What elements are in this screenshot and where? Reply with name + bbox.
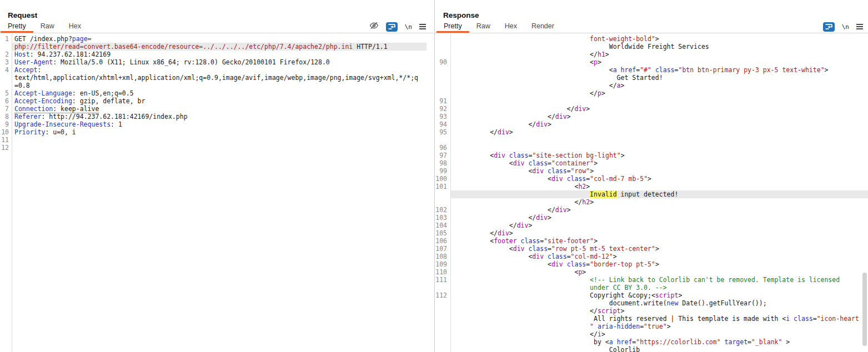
code-token: </ <box>590 307 598 315</box>
scrollbar-thumb[interactable] <box>862 273 867 346</box>
tab-pretty[interactable]: Pretty <box>436 19 469 33</box>
code-row: 90<p> <box>435 58 868 66</box>
code-token: Accept <box>14 66 38 74</box>
code-text <box>450 136 868 144</box>
line-number: 109 <box>435 260 450 268</box>
code-token: div <box>555 206 567 214</box>
code-text: Accept-Encoding: gzip, deflate, br <box>12 97 434 105</box>
line-number <box>435 89 450 97</box>
code-row: 2Host: 94.237.62.181:42169 <box>0 51 434 58</box>
code-row: Colorlib <box>435 346 868 352</box>
code-token: </ <box>528 120 536 128</box>
code-token: " <box>590 323 594 330</box>
code-token: a <box>609 338 613 346</box>
code-token: font-weight-bold" <box>590 35 655 43</box>
wrap-lines-icon[interactable] <box>823 22 835 32</box>
code-text: All rights reserved | This template is m… <box>450 315 868 323</box>
code-row: 109<div class="border-top pt-5"> <box>435 260 868 268</box>
code-row: 92</div> <box>435 105 868 113</box>
tab-render[interactable]: Render <box>524 19 561 33</box>
code-row: 6Accept-Encoding: gzip, deflate, br <box>0 97 434 105</box>
code-token: class <box>528 245 548 253</box>
code-text: </div> <box>450 128 868 136</box>
code-token: "#" <box>640 66 651 74</box>
code-token: > <box>590 167 594 175</box>
newline-icon[interactable]: \n <box>405 23 412 31</box>
code-token: > <box>782 338 790 346</box>
code-row: under CC BY 3.0. --> <box>435 284 868 291</box>
code-token: > <box>667 323 671 330</box>
code-token: href <box>617 338 633 346</box>
code-row: 110<p> <box>435 268 868 276</box>
code-token: : keep-alive <box>53 105 99 113</box>
code-token <box>594 323 598 330</box>
line-number: 98 <box>435 159 450 167</box>
wrap-lines-icon[interactable] <box>386 22 398 32</box>
code-token: "row" <box>571 167 590 175</box>
code-token: > <box>605 51 609 58</box>
code-text: =0.8 <box>12 82 434 89</box>
code-token <box>613 338 617 346</box>
code-token: <!-- Link back to Colorlib can't be remo… <box>590 276 840 284</box>
code-token: </ <box>528 214 536 222</box>
tab-hex[interactable]: Hex <box>62 19 88 33</box>
tab-hex[interactable]: Hex <box>498 19 524 33</box>
eye-slash-icon[interactable] <box>369 22 379 32</box>
line-number <box>435 323 450 330</box>
code-token: </ <box>509 222 517 229</box>
line-number: 104 <box>435 222 450 229</box>
line-number: 112 <box>435 291 450 299</box>
code-row: font-weight-bold"> <box>435 35 868 43</box>
tab-raw[interactable]: Raw <box>33 19 62 33</box>
code-token: div <box>551 260 563 268</box>
code-token: "row pt-5 mt-5 text-center" <box>551 245 655 253</box>
code-text: font-weight-bold"> <box>450 35 868 43</box>
code-text: Copyright &copy;<script> <box>450 291 868 299</box>
code-token: "site-section bg-light" <box>532 152 620 159</box>
response-editor[interactable]: font-weight-bold">Worldwide Freight Serv… <box>435 34 868 352</box>
code-token: h1 <box>598 51 605 58</box>
code-text: </i> <box>450 330 868 338</box>
request-editor[interactable]: 1GET /index.php?page=php://filter/read=c… <box>0 34 434 352</box>
code-token: > <box>567 113 571 120</box>
line-number <box>435 315 450 323</box>
code-row: 3User-Agent: Mozilla/5.0 (X11; Linux x86… <box>0 58 434 66</box>
line-number: 99 <box>435 167 450 175</box>
line-number: 105 <box>435 229 450 237</box>
line-number: 110 <box>435 268 450 276</box>
line-number <box>435 136 450 144</box>
tab-pretty[interactable]: Pretty <box>1 19 33 33</box>
code-token: Worldwide Freight Services <box>609 43 709 51</box>
line-number: 9 <box>0 120 12 128</box>
gutter-divider <box>450 34 451 352</box>
code-text <box>12 136 434 144</box>
code-token: > <box>601 330 605 338</box>
code-token: new <box>667 299 679 307</box>
code-row: by <a href="https://colorlib.com" target… <box>435 338 868 346</box>
line-number: 107 <box>435 245 450 253</box>
tab-raw[interactable]: Raw <box>469 19 498 33</box>
code-token: = <box>813 315 817 323</box>
line-number: 102 <box>435 206 450 214</box>
code-token <box>563 175 567 183</box>
code-token: > <box>613 253 617 260</box>
code-token: div <box>494 152 505 159</box>
menu-icon[interactable] <box>419 24 426 29</box>
code-token: "_blank" <box>751 338 782 346</box>
code-row: <a href="#" class="btn btn-primary py-3 … <box>435 66 868 74</box>
code-row: All rights reserved | This template is m… <box>435 315 868 323</box>
line-number: 3 <box>0 58 12 66</box>
code-token: > <box>528 222 532 229</box>
code-text: <div class="border-top pt-5"> <box>450 260 868 268</box>
line-number: 90 <box>435 58 450 66</box>
code-text: Upgrade-Insecure-Requests: 1 <box>12 120 434 128</box>
code-token: Colorlib <box>609 346 640 352</box>
code-token: aria-hidden <box>598 323 640 330</box>
line-number <box>435 346 450 352</box>
line-number <box>435 35 450 43</box>
line-number <box>435 51 450 58</box>
newline-icon[interactable]: \n <box>842 23 849 31</box>
code-text: Get Started! <box>450 74 868 82</box>
menu-icon[interactable] <box>856 24 863 29</box>
code-token: i <box>598 330 601 338</box>
